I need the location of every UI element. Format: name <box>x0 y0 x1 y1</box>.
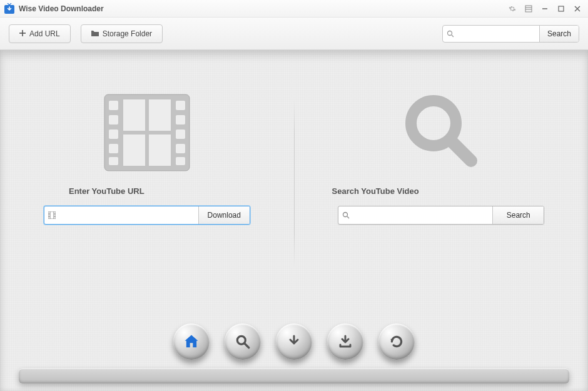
toolbar-search-button[interactable]: Search <box>539 25 579 43</box>
refresh-icon <box>388 333 405 350</box>
maximize-button[interactable] <box>554 3 568 14</box>
add-url-button[interactable]: Add URL <box>9 24 71 43</box>
svg-rect-26 <box>176 157 185 165</box>
search-small-icon <box>338 206 353 224</box>
download-tray-icon <box>338 334 353 349</box>
storage-folder-button[interactable]: Storage Folder <box>81 24 163 43</box>
svg-rect-21 <box>109 157 118 165</box>
toolbar-search-input[interactable] <box>458 26 539 42</box>
dock <box>0 323 588 391</box>
app-window: Wise Video Downloader Add URL <box>0 0 588 391</box>
dock-download-to-button[interactable] <box>327 323 363 360</box>
magnify-icon <box>397 89 485 176</box>
svg-rect-20 <box>109 144 118 153</box>
svg-rect-24 <box>176 129 185 139</box>
svg-rect-18 <box>109 115 118 124</box>
svg-point-36 <box>343 213 348 217</box>
svg-point-10 <box>447 31 452 35</box>
svg-rect-27 <box>48 211 56 219</box>
svg-rect-5 <box>559 6 564 11</box>
minimize-button[interactable] <box>538 3 552 14</box>
add-url-label: Add URL <box>29 29 60 38</box>
search-input-row: Search <box>338 206 544 225</box>
url-panel-title: Enter YouTube URL <box>69 186 144 196</box>
video-search-input[interactable] <box>353 206 492 224</box>
download-button[interactable]: Download <box>198 206 250 224</box>
search-icon <box>235 333 251 350</box>
film-small-icon <box>44 206 59 224</box>
titlebar: Wise Video Downloader <box>0 0 588 18</box>
svg-line-35 <box>451 141 471 161</box>
home-icon <box>183 333 200 350</box>
menu-icon[interactable] <box>522 3 535 14</box>
dock-shelf <box>19 368 569 383</box>
dock-download-button[interactable] <box>276 323 312 360</box>
film-icon <box>103 89 191 176</box>
video-search-button[interactable]: Search <box>492 206 544 224</box>
toolbar-search: Search <box>442 25 579 43</box>
svg-rect-1 <box>525 6 532 12</box>
svg-rect-22 <box>176 101 185 110</box>
dock-search-button[interactable] <box>225 323 261 360</box>
svg-line-39 <box>245 343 249 348</box>
svg-rect-17 <box>109 101 118 110</box>
search-icon <box>443 30 458 38</box>
svg-rect-23 <box>176 115 185 124</box>
storage-folder-label: Storage Folder <box>103 29 152 38</box>
download-arrow-icon <box>286 334 302 349</box>
svg-rect-19 <box>109 129 118 139</box>
settings-icon[interactable] <box>505 3 519 14</box>
url-input-row: Download <box>44 206 250 225</box>
dock-refresh-button[interactable] <box>378 323 415 360</box>
plus-icon <box>19 29 26 38</box>
svg-rect-25 <box>176 144 185 153</box>
svg-line-11 <box>452 35 454 37</box>
folder-icon <box>91 29 99 38</box>
app-title: Wise Video Downloader <box>19 4 104 13</box>
svg-line-37 <box>347 216 349 218</box>
close-button[interactable] <box>570 3 584 14</box>
search-panel-title: Search YouTube Video <box>332 186 419 196</box>
url-input[interactable] <box>59 206 198 224</box>
toolbar: Add URL Storage Folder Search <box>0 18 588 50</box>
dock-home-button[interactable] <box>173 323 210 360</box>
content-area: Enter YouTube URL Download Search YouTub… <box>0 50 588 391</box>
app-icon <box>4 3 15 14</box>
